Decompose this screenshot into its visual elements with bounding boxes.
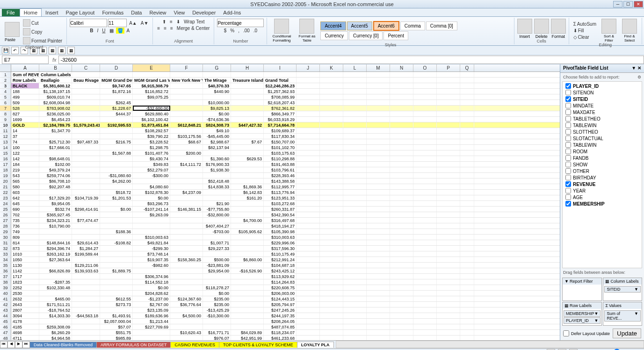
cell[interactable] — [390, 139, 413, 144]
cell[interactable]: $42,951.99 — [231, 336, 264, 340]
cell[interactable]: $114,552.18 — [133, 279, 170, 285]
cell[interactable] — [343, 167, 367, 172]
cell[interactable]: -$13,425.29 — [203, 307, 231, 313]
cell[interactable] — [390, 190, 413, 195]
field-revenue[interactable]: REVENUE — [565, 181, 639, 187]
cell[interactable] — [413, 218, 437, 223]
tab-page-layout[interactable]: Page Layout — [62, 9, 99, 16]
cell[interactable] — [231, 302, 264, 307]
cell[interactable] — [320, 229, 343, 234]
cell[interactable] — [367, 145, 390, 150]
cell[interactable]: $103,272.68 — [264, 201, 297, 206]
col-header-P[interactable]: P — [437, 64, 460, 71]
cell[interactable] — [390, 184, 413, 189]
row-header[interactable]: 21 — [0, 184, 11, 189]
cell[interactable] — [297, 156, 320, 161]
cell[interactable] — [320, 100, 343, 105]
cell[interactable] — [367, 134, 390, 139]
cell[interactable] — [413, 235, 437, 240]
cell[interactable] — [390, 223, 413, 229]
cell[interactable]: Grand Total — [264, 78, 297, 83]
cell[interactable] — [390, 251, 413, 257]
cell[interactable] — [460, 94, 474, 100]
cell[interactable] — [297, 100, 320, 105]
cell[interactable] — [320, 83, 343, 88]
cell[interactable] — [343, 111, 367, 116]
cell[interactable] — [343, 179, 367, 184]
cell[interactable]: $9,954.05 — [39, 201, 72, 206]
cell[interactable]: $40,370.33 — [203, 83, 231, 88]
cell[interactable] — [367, 111, 390, 116]
cell[interactable] — [170, 179, 203, 184]
cell[interactable] — [460, 195, 474, 200]
cell[interactable] — [437, 122, 460, 128]
cell[interactable]: Column Labels — [39, 72, 72, 77]
cell[interactable]: 1010 — [11, 251, 39, 257]
cell[interactable]: -$44,563.18 — [72, 313, 100, 318]
cell[interactable]: -$982.60 — [133, 263, 170, 268]
cell[interactable] — [413, 279, 437, 285]
col-header-N[interactable]: N — [390, 64, 413, 71]
currency-button[interactable]: $ — [223, 28, 228, 34]
cell[interactable]: 3094 — [11, 313, 39, 318]
cell[interactable]: $150,707.00 — [264, 139, 297, 144]
cell[interactable] — [343, 336, 367, 340]
area-column-labels[interactable]: ▦Column Labels SITEID▼ — [603, 278, 642, 301]
cell[interactable] — [343, 184, 367, 189]
cell[interactable]: $25,712.30 — [39, 139, 72, 144]
cell[interactable] — [343, 94, 367, 100]
cell[interactable] — [413, 173, 437, 178]
cell[interactable] — [390, 240, 413, 245]
cell[interactable] — [413, 296, 437, 301]
cell[interactable] — [460, 207, 474, 212]
cell[interactable]: $49.10 — [203, 128, 231, 133]
cell[interactable] — [367, 229, 390, 234]
cell[interactable] — [390, 302, 413, 307]
cell[interactable] — [390, 330, 413, 335]
cell[interactable] — [367, 251, 390, 257]
cell[interactable]: 2643 — [11, 302, 39, 307]
cell[interactable] — [231, 296, 264, 301]
cell[interactable]: $9,825.13 — [203, 106, 231, 111]
cell[interactable] — [390, 150, 413, 156]
name-box[interactable] — [2, 56, 49, 64]
cell[interactable] — [460, 89, 474, 94]
cell[interactable]: $158,360.25 — [170, 257, 203, 262]
cell[interactable] — [460, 111, 474, 116]
cell[interactable] — [297, 139, 320, 144]
cell[interactable]: $6,860.00 — [231, 257, 264, 262]
cell[interactable]: $1,869.36 — [231, 184, 264, 189]
cell[interactable]: $68.67 — [170, 139, 203, 144]
cell[interactable] — [413, 324, 437, 329]
cell[interactable]: $3,228.52 — [133, 139, 170, 144]
cell[interactable] — [437, 330, 460, 335]
cell[interactable] — [413, 184, 437, 189]
cell[interactable] — [297, 83, 320, 88]
cell[interactable]: BLACK — [11, 83, 39, 88]
row-header[interactable]: 22 — [0, 190, 11, 195]
cell[interactable]: $36,776.64 — [170, 302, 203, 307]
cell[interactable]: 2632 — [11, 296, 39, 301]
cell[interactable]: 4698 — [11, 330, 39, 335]
cell[interactable] — [320, 89, 343, 94]
style-comma0[interactable]: Comma [0] — [426, 21, 457, 30]
maximize-button[interactable]: ☐ — [623, 1, 633, 7]
cell[interactable] — [320, 201, 343, 206]
cell[interactable]: -$299.30 — [133, 246, 170, 251]
cell[interactable] — [203, 274, 231, 279]
cell[interactable] — [460, 229, 474, 234]
cell[interactable] — [231, 285, 264, 290]
cell[interactable] — [72, 307, 100, 313]
cell[interactable] — [437, 139, 460, 144]
cell[interactable] — [390, 145, 413, 150]
row-header[interactable]: 4 — [0, 89, 11, 94]
cell[interactable]: $206,003.00 — [264, 291, 297, 296]
cell[interactable]: $6,260.29 — [39, 330, 72, 335]
close-button[interactable]: ✕ — [634, 1, 643, 7]
cell[interactable] — [437, 150, 460, 156]
cell[interactable]: $176,900.33 — [203, 162, 231, 167]
cell[interactable] — [320, 291, 343, 296]
tab-formulas[interactable]: Formulas — [98, 9, 127, 16]
bold-button[interactable]: B — [88, 28, 94, 34]
cell[interactable]: $208,264.05 — [264, 319, 297, 324]
